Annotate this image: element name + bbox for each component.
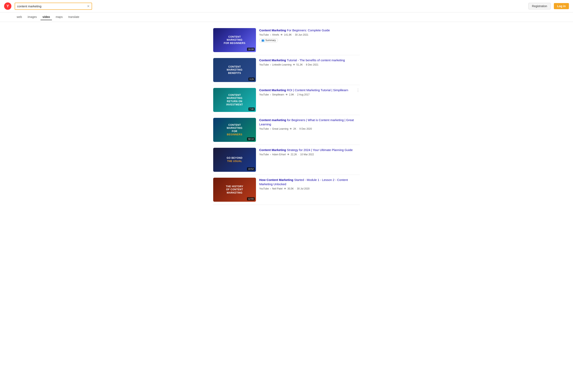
- summary-label: Summary: [265, 39, 276, 42]
- duration-badge: 10:52: [247, 167, 255, 170]
- video-info: Content Marketing ROI | Content Marketin…: [259, 88, 360, 97]
- thumbnail-text: THE HISTORYOF CONTENTMARKETING: [224, 183, 245, 196]
- video-info: Content Marketing Tutorial - The benefit…: [259, 58, 360, 67]
- video-meta: YouTube › Adam Erhart 👁 22,2K · 10 Mar 2…: [259, 153, 360, 156]
- eye-icon: 👁: [289, 127, 292, 130]
- eye-icon: 👁: [280, 33, 283, 36]
- search-clear-icon[interactable]: ✕: [87, 4, 90, 8]
- video-info: Content marketing for Beginners | What i…: [259, 118, 360, 132]
- source: YouTube: [259, 63, 269, 66]
- date: 30 Jul 2020: [297, 187, 309, 190]
- date: 9 Dec 2020: [299, 127, 312, 130]
- views: 51,3K: [296, 63, 303, 66]
- video-title[interactable]: Content Marketing Tutorial - The benefit…: [259, 58, 360, 62]
- video-title[interactable]: How Content Marketing Started - Module 1…: [259, 178, 360, 186]
- duration-badge: 58:10: [247, 137, 255, 141]
- title-rest: ROI | Content Marketing Tutorial | Simpl…: [286, 88, 348, 92]
- duration-badge: 16:08: [247, 48, 255, 51]
- channel-separator: ›: [270, 187, 271, 190]
- registration-button[interactable]: Registration: [528, 3, 551, 9]
- thumbnail-wrap: CONTENTMARKETINGBENEFITS 3:29: [213, 58, 256, 82]
- video-title[interactable]: Content marketing for Beginners | What i…: [259, 118, 360, 126]
- dot-separator: ·: [295, 93, 296, 96]
- video-card: CONTENTMARKETINGRETURN ONINVESTMENT 7:40…: [213, 85, 360, 115]
- video-title[interactable]: Content Marketing Strategy for 2024 | Yo…: [259, 148, 360, 152]
- channel: Neil Patel: [272, 187, 282, 190]
- thumbnail-wrap: THE HISTORYOF CONTENTMARKETING 12:55: [213, 178, 256, 202]
- tab-maps[interactable]: maps: [54, 14, 65, 20]
- video-meta: YouTube › LinkedIn Learning 👁 51,3K · 8 …: [259, 63, 360, 66]
- dot-separator: ·: [304, 63, 305, 66]
- dot-separator: ·: [295, 187, 296, 190]
- search-input[interactable]: [17, 4, 85, 8]
- thumbnail-text: CONTENTMARKETINGRETURN ONINVESTMENT: [225, 92, 245, 108]
- channel-separator: ›: [270, 33, 271, 36]
- channel-separator: ›: [270, 63, 271, 66]
- tab-translate[interactable]: translate: [66, 14, 81, 20]
- video-card: CONTENTMARKETINGBENEFITS 3:29 Content Ma…: [213, 55, 360, 85]
- channel-separator: ›: [270, 153, 271, 156]
- date: 10 Mar 2022: [300, 153, 314, 156]
- thumbnail-text: CONTENTMARKETINGFOR BEGINNERS: [222, 34, 247, 47]
- title-bold: How Content Marketing: [259, 178, 293, 182]
- eye-icon: 👁: [286, 93, 288, 96]
- title-bold: Content Marketing: [259, 88, 286, 92]
- tab-video[interactable]: video: [40, 14, 52, 20]
- title-rest: Strategy for 2024 | Your Ultimate Planni…: [286, 148, 353, 152]
- summary-badge[interactable]: 👥 Summary: [259, 38, 278, 42]
- eye-icon: 👁: [287, 153, 289, 156]
- date: 30 Jun 2021: [295, 33, 308, 36]
- thumbnail-wrap: CONTENTMARKETINGRETURN ONINVESTMENT 7:40: [213, 88, 256, 112]
- login-button[interactable]: Log in: [554, 3, 569, 9]
- video-card: CONTENTMARKETINGFORBEGINNERS 58:10 Conte…: [213, 115, 360, 145]
- header: Y ✕ Registration Log in: [0, 0, 573, 12]
- thumbnail-wrap: CONTENTMARKETINGFORBEGINNERS 58:10: [213, 118, 256, 142]
- eye-icon: 👁: [293, 63, 295, 66]
- eye-icon: 👁: [284, 187, 286, 190]
- channel-separator: ›: [270, 127, 271, 130]
- logo: Y: [4, 2, 11, 10]
- nav-tabs: web images video maps translate: [0, 12, 573, 22]
- people-icon: 👥: [261, 39, 265, 42]
- views: 22,2K: [291, 153, 297, 156]
- source: YouTube: [259, 93, 269, 96]
- video-title[interactable]: Content Marketing ROI | Content Marketin…: [259, 88, 360, 92]
- source: YouTube: [259, 33, 269, 36]
- dot-separator: ·: [298, 153, 299, 156]
- date: 2 Aug 2017: [297, 93, 310, 96]
- video-card: THE HISTORYOF CONTENTMARKETING 12:55 How…: [213, 175, 360, 205]
- results-list: CONTENTMARKETINGFOR BEGINNERS 16:08 Cont…: [213, 22, 360, 208]
- video-info: Content Marketing Strategy for 2024 | Yo…: [259, 148, 360, 157]
- duration-badge: 7:40: [249, 107, 255, 111]
- channel-separator: ›: [270, 93, 271, 96]
- title-bold: Content Marketing: [259, 29, 286, 32]
- views: 141,9K: [284, 33, 292, 36]
- search-bar: ✕: [15, 3, 92, 10]
- channel: LinkedIn Learning: [272, 63, 291, 66]
- more-options-icon[interactable]: ⋮: [356, 88, 360, 92]
- views: 30,5K: [287, 187, 294, 190]
- views: 2,9K: [289, 93, 294, 96]
- video-info: Content Marketing For Beginners: Complet…: [259, 28, 360, 42]
- video-meta: YouTube › Ahrefs 👁 141,9K · 30 Jun 2021: [259, 33, 360, 36]
- duration-badge: 3:29: [249, 78, 255, 81]
- date: 8 Dec 2021: [306, 63, 318, 66]
- tab-images[interactable]: images: [26, 14, 39, 20]
- source: YouTube: [259, 153, 269, 156]
- source: YouTube: [259, 187, 269, 190]
- video-card: CONTENTMARKETINGFOR BEGINNERS 16:08 Cont…: [213, 25, 360, 55]
- title-rest: Tutorial - The benefits of content marke…: [286, 58, 345, 62]
- title-bold: Content marketing: [259, 118, 286, 122]
- title-bold: Content Marketing: [259, 58, 286, 62]
- video-meta: YouTube › Great Learning 👁 2K · 9 Dec 20…: [259, 127, 360, 130]
- thumbnail-text: GO BEYONDTHE USUAL: [225, 155, 244, 164]
- channel: Great Learning: [272, 127, 288, 130]
- title-rest: For Beginners: Complete Guide: [286, 29, 330, 32]
- video-meta: YouTube › Neil Patel 👁 30,5K · 30 Jul 20…: [259, 187, 360, 190]
- video-title[interactable]: Content Marketing For Beginners: Complet…: [259, 28, 360, 32]
- title-bold: Content Marketing: [259, 148, 286, 152]
- tab-web[interactable]: web: [15, 14, 24, 20]
- video-card: GO BEYONDTHE USUAL 10:52 Content Marketi…: [213, 145, 360, 175]
- dot-separator: ·: [293, 33, 294, 36]
- channel: Simplilearn: [272, 93, 284, 96]
